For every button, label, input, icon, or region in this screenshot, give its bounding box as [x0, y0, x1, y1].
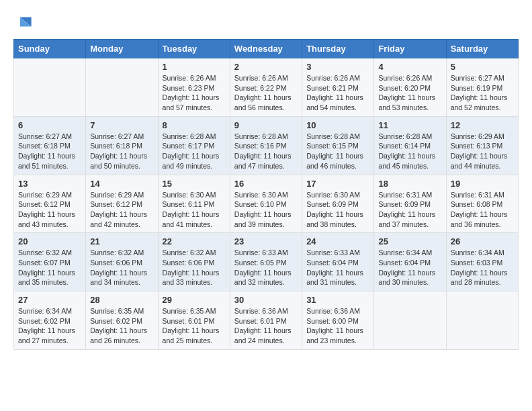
day-number: 21 — [90, 236, 153, 246]
calendar-cell: 29Sunrise: 6:35 AM Sunset: 6:01 PM Dayli… — [158, 291, 230, 350]
calendar-cell: 8Sunrise: 6:28 AM Sunset: 6:17 PM Daylig… — [158, 116, 230, 175]
day-number: 5 — [451, 62, 514, 72]
calendar-cell: 19Sunrise: 6:31 AM Sunset: 6:08 PM Dayli… — [446, 175, 518, 233]
day-header-sunday: Sunday — [14, 40, 86, 58]
calendar-week-row: 1Sunrise: 6:26 AM Sunset: 6:23 PM Daylig… — [14, 58, 519, 117]
day-number: 8 — [163, 120, 226, 130]
cell-info: Sunrise: 6:34 AM Sunset: 6:03 PM Dayligh… — [451, 248, 514, 287]
calendar-cell: 9Sunrise: 6:28 AM Sunset: 6:16 PM Daylig… — [230, 116, 302, 175]
day-number: 16 — [234, 179, 298, 189]
cell-info: Sunrise: 6:26 AM Sunset: 6:22 PM Dayligh… — [234, 73, 298, 113]
calendar-cell: 24Sunrise: 6:33 AM Sunset: 6:04 PM Dayli… — [302, 233, 374, 291]
day-number: 26 — [451, 236, 514, 246]
calendar-cell — [14, 58, 86, 117]
day-number: 2 — [234, 62, 298, 72]
day-header-saturday: Saturday — [446, 40, 518, 58]
calendar-week-row: 27Sunrise: 6:34 AM Sunset: 6:02 PM Dayli… — [14, 291, 519, 350]
calendar-cell: 3Sunrise: 6:26 AM Sunset: 6:21 PM Daylig… — [302, 58, 374, 117]
calendar-cell: 28Sunrise: 6:35 AM Sunset: 6:02 PM Dayli… — [86, 291, 158, 350]
day-number: 22 — [163, 236, 226, 246]
day-number: 30 — [234, 295, 298, 305]
calendar-cell: 2Sunrise: 6:26 AM Sunset: 6:22 PM Daylig… — [230, 58, 302, 117]
calendar-cell: 6Sunrise: 6:27 AM Sunset: 6:18 PM Daylig… — [14, 116, 86, 175]
calendar-cell: 30Sunrise: 6:36 AM Sunset: 6:01 PM Dayli… — [230, 291, 302, 350]
day-number: 19 — [451, 179, 514, 189]
calendar-cell: 13Sunrise: 6:29 AM Sunset: 6:12 PM Dayli… — [14, 175, 86, 233]
day-number: 28 — [90, 295, 153, 305]
calendar-header-row: SundayMondayTuesdayWednesdayThursdayFrid… — [14, 40, 519, 58]
day-number: 3 — [306, 62, 369, 72]
cell-info: Sunrise: 6:33 AM Sunset: 6:05 PM Dayligh… — [234, 248, 298, 287]
day-number: 17 — [306, 179, 369, 189]
calendar-cell: 10Sunrise: 6:28 AM Sunset: 6:15 PM Dayli… — [302, 116, 374, 175]
cell-info: Sunrise: 6:32 AM Sunset: 6:06 PM Dayligh… — [163, 248, 226, 287]
cell-info: Sunrise: 6:35 AM Sunset: 6:02 PM Dayligh… — [90, 306, 153, 346]
day-number: 10 — [306, 120, 369, 130]
cell-info: Sunrise: 6:35 AM Sunset: 6:01 PM Dayligh… — [163, 306, 226, 346]
day-number: 11 — [378, 120, 441, 130]
calendar-cell: 25Sunrise: 6:34 AM Sunset: 6:04 PM Dayli… — [374, 233, 446, 291]
cell-info: Sunrise: 6:34 AM Sunset: 6:04 PM Dayligh… — [378, 248, 441, 287]
calendar-table: SundayMondayTuesdayWednesdayThursdayFrid… — [13, 39, 519, 350]
calendar-cell: 17Sunrise: 6:30 AM Sunset: 6:09 PM Dayli… — [302, 175, 374, 233]
cell-info: Sunrise: 6:29 AM Sunset: 6:12 PM Dayligh… — [18, 190, 81, 230]
day-number: 7 — [90, 120, 153, 130]
cell-info: Sunrise: 6:27 AM Sunset: 6:18 PM Dayligh… — [90, 132, 153, 171]
calendar-cell: 16Sunrise: 6:30 AM Sunset: 6:10 PM Dayli… — [230, 175, 302, 233]
cell-info: Sunrise: 6:36 AM Sunset: 6:01 PM Dayligh… — [234, 306, 298, 346]
calendar-cell: 21Sunrise: 6:32 AM Sunset: 6:06 PM Dayli… — [86, 233, 158, 291]
cell-info: Sunrise: 6:28 AM Sunset: 6:17 PM Dayligh… — [163, 132, 226, 171]
cell-info: Sunrise: 6:34 AM Sunset: 6:02 PM Dayligh… — [18, 306, 81, 346]
day-header-wednesday: Wednesday — [230, 40, 302, 58]
logo-icon — [13, 13, 32, 32]
calendar-cell: 1Sunrise: 6:26 AM Sunset: 6:23 PM Daylig… — [158, 58, 230, 117]
cell-info: Sunrise: 6:33 AM Sunset: 6:04 PM Dayligh… — [306, 248, 369, 287]
day-header-friday: Friday — [374, 40, 446, 58]
day-header-monday: Monday — [86, 40, 158, 58]
calendar-cell: 14Sunrise: 6:29 AM Sunset: 6:12 PM Dayli… — [86, 175, 158, 233]
cell-info: Sunrise: 6:26 AM Sunset: 6:21 PM Dayligh… — [306, 73, 369, 113]
cell-info: Sunrise: 6:31 AM Sunset: 6:08 PM Dayligh… — [451, 190, 514, 230]
cell-info: Sunrise: 6:30 AM Sunset: 6:11 PM Dayligh… — [163, 190, 226, 230]
day-number: 1 — [163, 62, 226, 72]
day-number: 15 — [163, 179, 226, 189]
calendar-week-row: 13Sunrise: 6:29 AM Sunset: 6:12 PM Dayli… — [14, 175, 519, 233]
calendar-cell: 27Sunrise: 6:34 AM Sunset: 6:02 PM Dayli… — [14, 291, 86, 350]
cell-info: Sunrise: 6:32 AM Sunset: 6:07 PM Dayligh… — [18, 248, 81, 287]
calendar-cell: 22Sunrise: 6:32 AM Sunset: 6:06 PM Dayli… — [158, 233, 230, 291]
cell-info: Sunrise: 6:28 AM Sunset: 6:15 PM Dayligh… — [306, 132, 369, 171]
day-number: 14 — [90, 179, 153, 189]
calendar-cell: 20Sunrise: 6:32 AM Sunset: 6:07 PM Dayli… — [14, 233, 86, 291]
calendar-cell — [86, 58, 158, 117]
cell-info: Sunrise: 6:29 AM Sunset: 6:12 PM Dayligh… — [90, 190, 153, 230]
cell-info: Sunrise: 6:27 AM Sunset: 6:18 PM Dayligh… — [18, 132, 81, 171]
calendar-cell: 26Sunrise: 6:34 AM Sunset: 6:03 PM Dayli… — [446, 233, 518, 291]
day-number: 4 — [378, 62, 441, 72]
day-number: 29 — [163, 295, 226, 305]
calendar-cell: 18Sunrise: 6:31 AM Sunset: 6:09 PM Dayli… — [374, 175, 446, 233]
day-number: 25 — [378, 236, 441, 246]
page-header — [13, 13, 519, 32]
day-number: 6 — [18, 120, 81, 130]
logo — [13, 13, 35, 32]
cell-info: Sunrise: 6:32 AM Sunset: 6:06 PM Dayligh… — [90, 248, 153, 287]
day-number: 27 — [18, 295, 81, 305]
calendar-week-row: 6Sunrise: 6:27 AM Sunset: 6:18 PM Daylig… — [14, 116, 519, 175]
calendar-cell: 11Sunrise: 6:28 AM Sunset: 6:14 PM Dayli… — [374, 116, 446, 175]
calendar-cell: 5Sunrise: 6:27 AM Sunset: 6:19 PM Daylig… — [446, 58, 518, 117]
calendar-cell — [446, 291, 518, 350]
day-number: 23 — [234, 236, 298, 246]
calendar-cell: 7Sunrise: 6:27 AM Sunset: 6:18 PM Daylig… — [86, 116, 158, 175]
day-number: 20 — [18, 236, 81, 246]
calendar-cell: 15Sunrise: 6:30 AM Sunset: 6:11 PM Dayli… — [158, 175, 230, 233]
day-number: 12 — [451, 120, 514, 130]
day-header-thursday: Thursday — [302, 40, 374, 58]
calendar-cell: 4Sunrise: 6:26 AM Sunset: 6:20 PM Daylig… — [374, 58, 446, 117]
calendar-cell: 31Sunrise: 6:36 AM Sunset: 6:00 PM Dayli… — [302, 291, 374, 350]
day-number: 18 — [378, 179, 441, 189]
cell-info: Sunrise: 6:30 AM Sunset: 6:10 PM Dayligh… — [234, 190, 298, 230]
cell-info: Sunrise: 6:36 AM Sunset: 6:00 PM Dayligh… — [306, 306, 369, 346]
cell-info: Sunrise: 6:28 AM Sunset: 6:16 PM Dayligh… — [234, 132, 298, 171]
calendar-week-row: 20Sunrise: 6:32 AM Sunset: 6:07 PM Dayli… — [14, 233, 519, 291]
cell-info: Sunrise: 6:28 AM Sunset: 6:14 PM Dayligh… — [378, 132, 441, 171]
